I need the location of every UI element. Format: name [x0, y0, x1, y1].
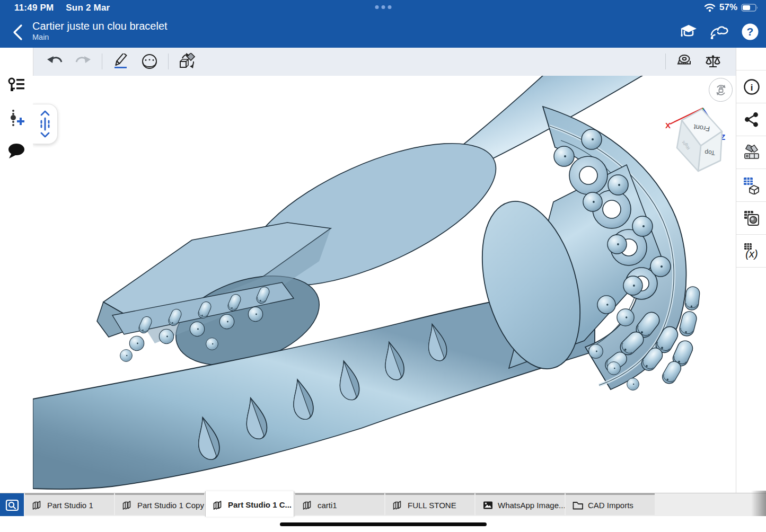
- left-panel: [0, 48, 33, 493]
- share-icon[interactable]: [736, 103, 766, 136]
- document-title: Cartier juste un clou bracelet: [32, 20, 168, 32]
- custom-table-icon[interactable]: [736, 202, 766, 235]
- tab-full-stone[interactable]: FULL STONE: [385, 493, 474, 515]
- model-3d-render[interactable]: X Z Front Top Right: [33, 76, 736, 493]
- add-feature-icon[interactable]: [0, 102, 33, 135]
- svg-text:i: i: [750, 83, 753, 93]
- status-bar: 11:49 PM Sun 2 Mar 57%: [0, 0, 766, 16]
- multitasking-dots-icon[interactable]: [375, 5, 391, 9]
- tab-label: Part Studio 1: [47, 501, 93, 510]
- tab-carti1[interactable]: carti1: [295, 493, 384, 515]
- battery-icon: [741, 3, 759, 12]
- back-button[interactable]: [10, 22, 28, 42]
- transform-icon[interactable]: [175, 50, 199, 73]
- tab-label: CAD Imports: [588, 501, 633, 510]
- status-time: 11:49 PM: [14, 3, 54, 13]
- part-studio-icon: [392, 499, 403, 511]
- comments-icon[interactable]: [0, 135, 33, 167]
- workspace-name: Main: [32, 33, 49, 41]
- right-panel: i (x): [736, 48, 766, 493]
- scrub-handle-icon[interactable]: [38, 117, 52, 131]
- info-icon[interactable]: i: [736, 70, 766, 103]
- wifi-icon: [704, 3, 716, 12]
- part-studio-icon: [212, 499, 224, 511]
- rotation-lock-button[interactable]: [709, 78, 733, 102]
- tab-label: Part Studio 1 Copy 1: [137, 501, 204, 510]
- svg-text:?: ?: [747, 25, 754, 38]
- follow-mode-icon[interactable]: [710, 22, 729, 41]
- svg-text:(x): (x): [745, 248, 758, 260]
- folder-icon: [572, 499, 584, 511]
- part-studio-icon: [302, 499, 313, 511]
- document-toolbar: [33, 48, 736, 76]
- battery-percent: 57%: [719, 2, 737, 13]
- part-studio-icon: [31, 499, 43, 511]
- sketch-pencil-icon[interactable]: [109, 50, 133, 73]
- document-tab-bar: Part Studio 1 Part Studio 1 Copy 1 Part …: [0, 493, 766, 517]
- measure-tape-icon[interactable]: [673, 50, 696, 73]
- mass-properties-icon[interactable]: [701, 50, 725, 73]
- part-studio-icon: [121, 499, 133, 511]
- rollback-scrubber[interactable]: [33, 104, 58, 144]
- tab-label: WhatsApp Image...: [498, 501, 565, 510]
- tab-search-button[interactable]: [0, 493, 24, 517]
- home-strip: [0, 516, 766, 532]
- scrub-up-icon[interactable]: [38, 110, 52, 116]
- variables-icon[interactable]: (x): [736, 235, 766, 268]
- sphere-icon[interactable]: [138, 50, 161, 73]
- redo-icon[interactable]: [72, 50, 95, 73]
- status-date: Sun 2 Mar: [66, 3, 110, 13]
- graduation-cap-icon[interactable]: [679, 22, 698, 41]
- feature-list-icon[interactable]: [0, 69, 33, 102]
- tab-label: carti1: [318, 501, 337, 510]
- tab-label: Part Studio 1 C...: [228, 500, 292, 509]
- view-cube-top-label[interactable]: Top: [705, 148, 715, 156]
- image-icon: [482, 499, 494, 511]
- tab-part-studio-1-copy-1[interactable]: Part Studio 1 Copy 1: [115, 493, 204, 515]
- tab-part-studio-1-copy-active[interactable]: Part Studio 1 C...: [205, 491, 294, 517]
- view-cube[interactable]: X Z Front Top Right: [665, 108, 725, 171]
- tab-part-studio-1[interactable]: Part Studio 1: [25, 493, 114, 515]
- scrub-down-icon[interactable]: [38, 132, 52, 138]
- tab-label: FULL STONE: [408, 501, 456, 510]
- undo-icon[interactable]: [43, 50, 66, 73]
- help-icon[interactable]: ?: [741, 22, 760, 41]
- tab-whatsapp-image[interactable]: WhatsApp Image...: [476, 493, 565, 515]
- axis-x-label: X: [665, 121, 671, 130]
- home-indicator[interactable]: [280, 522, 487, 526]
- tab-cad-imports[interactable]: CAD Imports: [566, 493, 655, 515]
- appearance-icon[interactable]: [736, 136, 766, 169]
- model-viewport[interactable]: X Z Front Top Right: [33, 76, 736, 493]
- app-header: 11:49 PM Sun 2 Mar 57% Cartier juste un: [0, 0, 766, 48]
- parts-list-icon[interactable]: [736, 169, 766, 202]
